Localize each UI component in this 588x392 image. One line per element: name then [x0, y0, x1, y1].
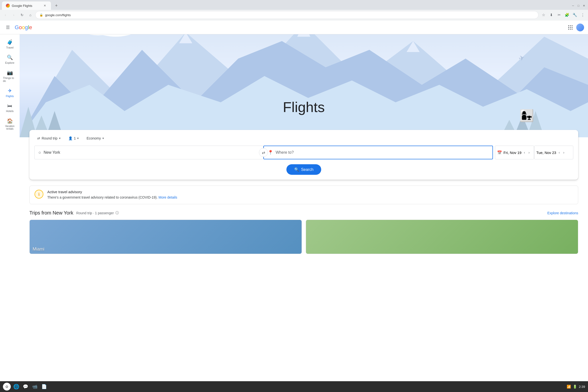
depart-prev-button[interactable]: ‹: [523, 150, 526, 156]
chrome-icon: 🌐: [13, 384, 19, 390]
browser-toolbar: ‹ › ↻ ⌂ 🔒 google.com/flights ☆ ⬇ ✂ 🧩 🔧 ⋮: [0, 10, 588, 20]
refresh-button[interactable]: ↻: [19, 12, 25, 18]
taskbar-chat-icon[interactable]: 💬: [21, 383, 29, 390]
trips-meta: Round trip · 1 passenger ⓘ: [76, 211, 119, 215]
hero-title: Flights: [283, 99, 325, 115]
main-content: ✈ 👩‍👧 Flights ⇄ Round trip ▾ 👤 1 ▾ Eco: [19, 34, 588, 392]
sidebar-item-things-to-do[interactable]: 📷 Things to do: [2, 67, 18, 85]
taskbar: ⊙ 🌐 💬 📹 📄 📶 🔋 2:39: [0, 381, 588, 392]
sidebar-label-flights: Flights: [6, 95, 14, 98]
search-button[interactable]: 🔍 Search: [287, 164, 321, 175]
puzzle-icon[interactable]: 🧩: [564, 12, 570, 18]
sidebar-label-explore: Explore: [5, 61, 14, 64]
toolbar-icons: ☆ ⬇ ✂ 🧩 🔧 ⋮: [540, 12, 586, 18]
google-logo: Google: [15, 24, 32, 31]
card-city-miami: Miami: [32, 246, 44, 252]
new-tab-button[interactable]: +: [53, 2, 60, 9]
hamburger-menu[interactable]: ☰: [4, 24, 12, 32]
trips-header: Trips from New York Round trip · 1 passe…: [29, 210, 578, 216]
sidebar-item-flights[interactable]: ✈ Flights: [2, 85, 18, 100]
trip-card-2[interactable]: [306, 220, 578, 254]
class-button[interactable]: Economy ▾: [83, 135, 107, 142]
close-button[interactable]: ✕: [582, 4, 586, 8]
destination-icon: 📍: [268, 150, 273, 155]
taskbar-docs-icon[interactable]: 📄: [40, 383, 48, 390]
meet-icon: 📹: [32, 384, 37, 389]
sidebar-item-vacation-rentals[interactable]: 🏠 Vacation rentals: [2, 116, 18, 133]
explore-destinations-link[interactable]: Explore destinations: [547, 211, 578, 215]
passengers-chevron: ▾: [77, 136, 79, 140]
sidebar: 🧳 Travel 🔍 Explore 📷 Things to do ✈ Flig…: [0, 34, 19, 392]
trip-type-button[interactable]: ⇄ Round trip ▾: [34, 135, 63, 142]
scissors-icon[interactable]: ✂: [556, 12, 563, 18]
class-label: Economy: [86, 136, 101, 140]
address-bar[interactable]: 🔒 google.com/flights: [35, 11, 539, 19]
bookmark-icon[interactable]: ☆: [540, 12, 547, 18]
ext-icon[interactable]: 🔧: [571, 12, 578, 18]
forward-button[interactable]: ›: [10, 12, 17, 18]
sidebar-item-explore[interactable]: 🔍 Explore: [2, 52, 18, 67]
sidebar-label-travel: Travel: [6, 46, 13, 49]
origin-field[interactable]: ○: [34, 146, 263, 159]
back-button[interactable]: ‹: [2, 12, 9, 18]
menu-icon[interactable]: ⋮: [579, 12, 586, 18]
chat-icon: 💬: [23, 384, 28, 389]
origin-input[interactable]: [44, 150, 259, 155]
return-prev-button[interactable]: ‹: [558, 150, 561, 156]
user-avatar[interactable]: [576, 24, 584, 32]
maximize-button[interactable]: □: [576, 4, 581, 8]
title-bar: Google Flights ✕ + ─ □ ✕: [0, 0, 588, 10]
home-button[interactable]: ⌂: [27, 12, 34, 18]
tab-favicon: [6, 4, 10, 8]
return-next-button[interactable]: ›: [562, 150, 566, 156]
trips-title: Trips from New York: [29, 210, 73, 216]
search-fields-row: ○ ⇄ 📍 📅 Fri, Nov 19 ‹ ›: [34, 146, 573, 159]
trips-section: Trips from New York Round trip · 1 passe…: [29, 210, 578, 254]
travel-icon: 🧳: [7, 39, 13, 45]
destination-field[interactable]: 📍: [263, 146, 493, 159]
return-date-field[interactable]: Tue, Nov 23 ‹ ›: [534, 146, 573, 159]
browser-tab[interactable]: Google Flights ✕: [2, 2, 51, 10]
advisory-icon: ℹ: [34, 190, 43, 198]
date-fields: 📅 Fri, Nov 19 ‹ › Tue, Nov 23 ‹ ›: [495, 146, 573, 159]
trip-card-miami[interactable]: Miami: [29, 220, 302, 254]
lock-icon: 🔒: [39, 13, 43, 17]
sidebar-label-vacation: Vacation rentals: [3, 125, 17, 130]
taskbar-meet-icon[interactable]: 📹: [31, 383, 39, 390]
origin-icon: ○: [38, 150, 41, 155]
tab-close-button[interactable]: ✕: [43, 4, 47, 8]
sidebar-label-hotels: Hotels: [6, 110, 13, 112]
apps-grid-icon: [568, 25, 573, 30]
sidebar-item-travel[interactable]: 🧳 Travel: [2, 37, 18, 52]
explore-icon: 🔍: [7, 54, 13, 60]
google-header: ☰ Google: [0, 20, 588, 34]
passengers-button[interactable]: 👤 1 ▾: [65, 135, 82, 142]
advisory-title: Active travel advisory: [47, 190, 177, 194]
person-icon: 👤: [68, 136, 72, 140]
search-bottom: 🔍 Search: [34, 164, 573, 175]
download-icon[interactable]: ⬇: [548, 12, 555, 18]
taskbar-circle[interactable]: ⊙: [3, 383, 11, 390]
vacation-icon: 🏠: [7, 118, 13, 124]
docs-icon: 📄: [41, 384, 47, 389]
depart-date-label: Fri, Nov 19: [504, 150, 521, 155]
battery-icon: 🔋: [573, 385, 577, 388]
calendar-icon: 📅: [497, 150, 502, 155]
search-options: ⇄ Round trip ▾ 👤 1 ▾ Economy ▾: [34, 135, 573, 142]
taskbar-circle-icon: ⊙: [5, 385, 8, 388]
hero-section: ✈ 👩‍👧 Flights: [19, 34, 588, 137]
depart-date-field[interactable]: 📅 Fri, Nov 19 ‹ ›: [495, 146, 534, 159]
sidebar-item-hotels[interactable]: 🛏 Hotels: [2, 100, 18, 115]
characters-illustration: 👩‍👧: [519, 109, 534, 122]
url-text: google.com/flights: [45, 13, 71, 17]
page-container: 🧳 Travel 🔍 Explore 📷 Things to do ✈ Flig…: [0, 34, 588, 392]
minimize-button[interactable]: ─: [571, 4, 575, 8]
class-chevron: ▾: [102, 136, 104, 140]
taskbar-chrome-icon[interactable]: 🌐: [12, 383, 20, 390]
passengers-label: 1: [74, 136, 76, 140]
depart-next-button[interactable]: ›: [528, 150, 531, 156]
advisory-more-details-link[interactable]: More details: [159, 196, 177, 199]
destination-input[interactable]: [276, 150, 489, 155]
apps-button[interactable]: [567, 24, 574, 32]
swap-button[interactable]: ⇄: [259, 148, 268, 157]
